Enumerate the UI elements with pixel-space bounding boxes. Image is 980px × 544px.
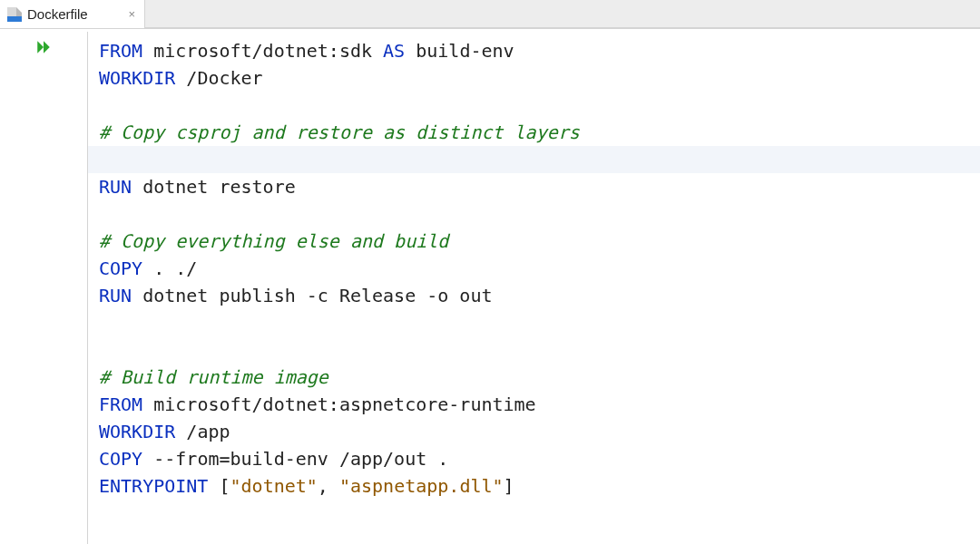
code-line: COPY --from=build-env /app/out . <box>99 445 980 472</box>
code-content: FROM microsoft/dotnet:sdk AS build-envWO… <box>99 37 980 500</box>
tab-bar-empty <box>145 0 980 28</box>
code-line <box>99 92 980 119</box>
code-line: FROM microsoft/dotnet:aspnetcore-runtime <box>99 391 980 418</box>
code-line: ENTRYPOINT ["dotnet", "aspnetapp.dll"] <box>99 472 980 500</box>
tab-dockerfile[interactable]: Dockerfile × <box>0 0 145 28</box>
code-line: # Copy everything else and build <box>99 228 980 255</box>
svg-rect-0 <box>7 16 22 22</box>
code-line: WORKDIR /app <box>99 418 980 445</box>
code-line: FROM microsoft/dotnet:sdk AS build-env <box>99 37 980 64</box>
tab-bar: Dockerfile × <box>0 0 980 29</box>
code-line: COPY . ./ <box>99 255 980 282</box>
code-area[interactable]: FROM microsoft/dotnet:sdk AS build-envWO… <box>87 32 980 544</box>
code-line: RUN dotnet publish -c Release -o out <box>99 282 980 309</box>
code-line: RUN dotnet restore <box>99 173 980 200</box>
gutter <box>0 32 87 544</box>
tab-label: Dockerfile <box>27 6 88 22</box>
code-line: # Build runtime image <box>99 364 980 391</box>
svg-marker-3 <box>37 41 44 53</box>
code-line <box>99 309 980 336</box>
svg-marker-4 <box>44 41 50 53</box>
code-line <box>99 200 980 228</box>
svg-rect-1 <box>7 7 16 16</box>
code-line: WORKDIR /Docker <box>99 64 980 92</box>
dockerfile-icon <box>7 7 22 22</box>
close-icon[interactable]: × <box>128 7 135 21</box>
code-line <box>99 336 980 364</box>
code-line <box>99 146 980 173</box>
run-icon[interactable] <box>35 39 52 59</box>
code-line: # Copy csproj and restore as distinct la… <box>99 119 980 146</box>
editor: FROM microsoft/dotnet:sdk AS build-envWO… <box>0 32 980 544</box>
svg-marker-2 <box>16 7 22 16</box>
